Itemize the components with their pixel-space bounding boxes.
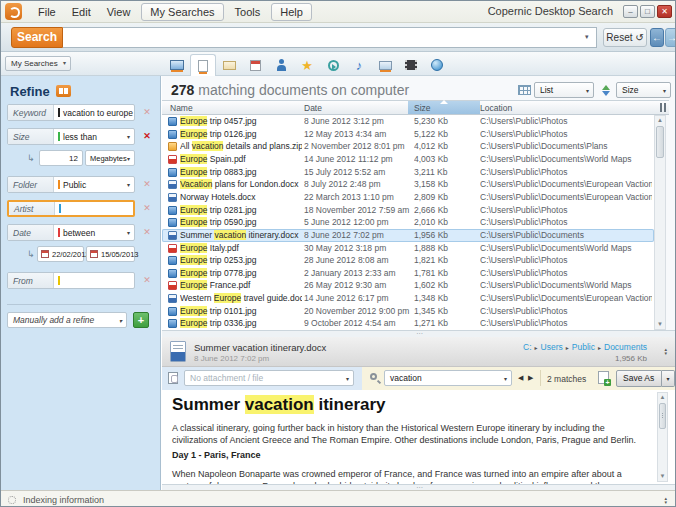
menu-tools[interactable]: Tools [227, 4, 269, 20]
refine-keyword-row[interactable]: Keyword vacation to europe [7, 104, 135, 121]
add-refine-button[interactable]: + [133, 312, 149, 328]
forward-button[interactable]: → [665, 28, 676, 47]
save-copy-icon[interactable] [598, 371, 609, 384]
sort-field-select[interactable]: Size▾ [616, 82, 671, 98]
scroll-down-icon[interactable]: ▼ [658, 472, 667, 481]
column-header-location[interactable]: Location [480, 103, 512, 113]
remove-folder-icon[interactable]: ✕ [141, 179, 153, 189]
category-videos-tab[interactable] [398, 54, 424, 76]
category-pictures-tab[interactable] [372, 54, 398, 76]
table-row[interactable]: Europe trip 0101.jpg 20 November 2012 9:… [162, 305, 654, 318]
folder-value[interactable]: Public [63, 180, 86, 190]
date-to-input[interactable]: 15/05/2013 [86, 246, 135, 262]
table-row[interactable]: All vacation details and plans.zip 2 Nov… [162, 140, 654, 153]
category-music-tab[interactable]: ♪ [346, 54, 372, 76]
category-web-tab[interactable] [424, 54, 450, 76]
table-row[interactable]: Norway Hotels.docx 22 March 2013 1:10 pm… [162, 191, 654, 204]
sort-direction-icon[interactable] [602, 85, 610, 96]
preview-splitter[interactable]: ⋯ [162, 330, 676, 337]
status-resize-control[interactable]: ▴▾ [664, 496, 667, 504]
menu-edit[interactable]: Edit [64, 4, 99, 20]
remove-keyword-icon[interactable]: ✕ [141, 107, 153, 117]
remove-from-icon[interactable]: ✕ [141, 275, 153, 285]
table-row[interactable]: Europe trip 0253.jpg 28 June 2012 8:08 a… [162, 254, 654, 267]
previous-match-button[interactable]: ◀ [518, 374, 523, 382]
menu-view[interactable]: View [99, 4, 139, 20]
find-in-document-input[interactable]: vacation▾ [384, 370, 512, 386]
scroll-up-icon[interactable]: ▲ [658, 393, 667, 402]
breadcrumb-public[interactable]: Public [572, 342, 595, 352]
reset-button[interactable]: Reset ↺ [603, 28, 647, 47]
attachment-select[interactable]: No attachment / file▾ [184, 370, 354, 386]
refine-artist-row[interactable]: Artist [7, 200, 135, 217]
next-match-button[interactable]: ▶ [528, 374, 533, 382]
remove-date-icon[interactable]: ✕ [141, 227, 153, 237]
minimize-button[interactable]: – [623, 5, 638, 18]
table-row[interactable]: Europe trip 0457.jpg 8 June 2012 3:12 pm… [162, 115, 654, 128]
table-row[interactable]: Europe Spain.pdf 14 June 2012 11:12 pm 4… [162, 153, 654, 166]
category-contacts-tab[interactable] [268, 54, 294, 76]
results-scrollbar[interactable]: ▲ ▼ [654, 115, 666, 330]
search-button[interactable]: Search [11, 27, 63, 48]
save-as-dropdown[interactable]: ▾ [662, 370, 675, 387]
close-button[interactable]: ✕ [657, 5, 672, 18]
refine-size-row[interactable]: Size less than▾ [7, 128, 135, 145]
category-calendar-tab[interactable] [242, 54, 268, 76]
save-as-button[interactable]: Save As [616, 370, 662, 387]
menu-file[interactable]: File [30, 4, 64, 20]
date-from-input[interactable]: 22/02/2012 [37, 246, 84, 262]
table-row[interactable]: Europe trip 0281.jpg 18 November 2012 7:… [162, 204, 654, 217]
category-email-tab[interactable] [216, 54, 242, 76]
table-row[interactable]: Western Europe travel guide.docx 14 June… [162, 292, 654, 305]
chevron-down-icon[interactable]: ▾ [127, 229, 134, 236]
refine-from-row[interactable]: From [7, 272, 135, 289]
add-refine-select[interactable]: Manually add a refine▾ [7, 312, 127, 328]
column-header-size[interactable]: Size [414, 103, 431, 113]
maximize-button[interactable]: □ [640, 5, 655, 18]
search-input[interactable] [63, 27, 597, 48]
category-favorites-tab[interactable]: ★ [294, 54, 320, 76]
column-header-date[interactable]: Date [304, 103, 322, 113]
refine-date-row[interactable]: Date between▾ [7, 224, 135, 241]
preview-scrollbar[interactable]: ▲ ▼ [657, 392, 668, 482]
table-row[interactable]: Summer vacation itinerary.docx 8 June 20… [162, 229, 654, 242]
calendar-icon[interactable] [90, 250, 98, 258]
breadcrumb-users[interactable]: Users [541, 342, 563, 352]
table-row[interactable]: Europe trip 0590.jpg 5 June 2012 12:00 p… [162, 216, 654, 229]
breadcrumb-drive[interactable]: C: [523, 342, 532, 352]
calendar-icon[interactable] [41, 250, 49, 258]
table-row[interactable]: Europe trip 0778.jpg 2 January 2013 2:33… [162, 267, 654, 280]
refine-folder-row[interactable]: Folder Public▾ [7, 176, 135, 193]
table-row[interactable]: Vacation plans for London.docx 8 July 20… [162, 178, 654, 191]
size-unit-select[interactable]: Megabytes▾ [85, 150, 135, 166]
table-row[interactable]: Europe trip 0126.jpg 12 May 2013 4:34 am… [162, 128, 654, 141]
category-history-tab[interactable] [320, 54, 346, 76]
table-row[interactable]: Europe trip 0336.jpg 9 October 2012 4:54… [162, 317, 654, 330]
size-amount-input[interactable]: 12 [39, 150, 83, 166]
table-row[interactable]: Europe trip 0883.jpg 15 July 2012 5:52 a… [162, 166, 654, 179]
size-operator-value[interactable]: less than [63, 132, 97, 142]
category-documents-tab[interactable] [190, 54, 216, 77]
chevron-down-icon[interactable]: ▾ [504, 375, 511, 382]
menu-help[interactable]: Help [271, 3, 312, 21]
my-searches-dropdown[interactable]: My Searches▾ [5, 56, 71, 71]
category-computer-tab[interactable] [164, 54, 190, 76]
scrollbar-thumb[interactable] [659, 403, 666, 429]
keyword-value[interactable]: vacation to europe [63, 108, 133, 118]
chevron-down-icon[interactable]: ▾ [127, 133, 134, 140]
column-header-name[interactable]: Name [170, 103, 193, 113]
breadcrumb-documents[interactable]: Documents [604, 342, 647, 352]
scrollbar-thumb[interactable] [656, 126, 664, 158]
preview-resize-control[interactable]: ▴▾ [664, 347, 667, 355]
search-dropdown-caret-icon[interactable]: ▾ [585, 33, 589, 41]
scroll-up-icon[interactable]: ▲ [655, 116, 665, 125]
view-mode-select[interactable]: List▾ [534, 82, 594, 98]
chevron-down-icon[interactable]: ▾ [127, 181, 134, 188]
remove-size-icon[interactable]: ✕ [141, 131, 153, 141]
table-row[interactable]: Europe France.pdf 26 May 2012 9:30 am 1,… [162, 279, 654, 292]
date-operator-value[interactable]: between [63, 228, 95, 238]
scroll-down-icon[interactable]: ▼ [655, 320, 665, 329]
column-chooser-icon[interactable] [660, 103, 666, 112]
view-grid-icon[interactable] [518, 85, 531, 95]
table-row[interactable]: Europe Italy.pdf 30 May 2012 3:18 pm 1,8… [162, 242, 654, 255]
